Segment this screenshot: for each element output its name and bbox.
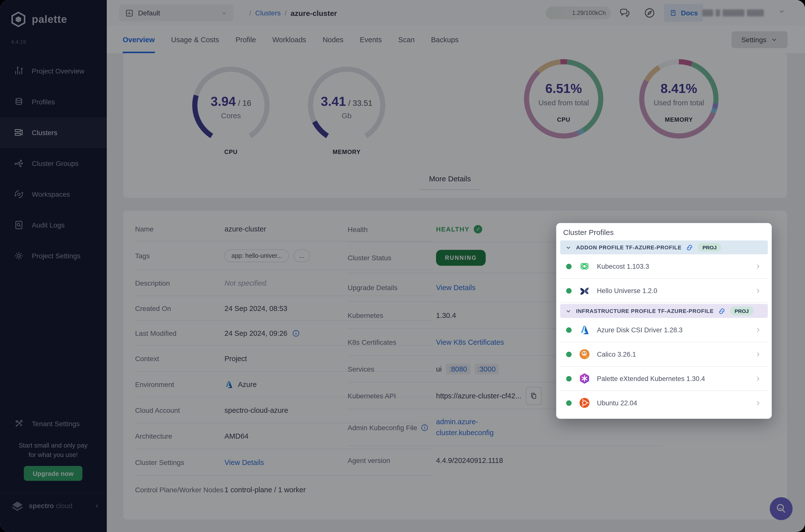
profile-item-label: Azure Disk CSI Driver 1.28.3: [597, 326, 683, 334]
profile-item-kubecost[interactable]: Kubecost 1.103.3: [560, 254, 768, 279]
scope-badge: PROJ: [730, 306, 753, 316]
profile-item-hello-universe[interactable]: Hello Universe 1.2.0: [560, 279, 768, 303]
ubuntu-icon: [578, 397, 591, 409]
status-dot: [566, 327, 572, 332]
infrastructure-profile-section-header[interactable]: INFRASTRUCTURE PROFILE TF-AZURE-PROFILE …: [560, 304, 768, 318]
chevron-right-icon: [754, 350, 762, 358]
scope-badge: PROJ: [698, 243, 721, 252]
cluster-profiles-title: Cluster Profiles: [563, 228, 765, 236]
profile-item-ubuntu[interactable]: Ubuntu 22.04: [560, 391, 768, 415]
pxk-icon: [578, 372, 591, 385]
calico-icon: [578, 348, 591, 360]
app-window: palette 4.4.19 Project Overview Pr: [0, 0, 805, 532]
link-icon: [718, 307, 726, 315]
profile-item-label: Hello Universe 1.2.0: [597, 287, 657, 294]
hello-universe-icon: [578, 284, 591, 297]
chevron-right-icon: [754, 287, 762, 294]
profile-item-label: Ubuntu 22.04: [597, 399, 637, 406]
status-dot: [566, 376, 572, 381]
section-header-label: INFRASTRUCTURE PROFILE TF-AZURE-PROFILE: [576, 308, 714, 314]
status-dot: [566, 400, 572, 405]
kubecost-icon: [578, 260, 591, 272]
status-dot: [566, 264, 572, 269]
addon-profile-section-header[interactable]: ADDON PROFILE TF-AZURE-PROFILE PROJ: [560, 241, 768, 254]
profile-item-calico[interactable]: Calico 3.26.1: [560, 342, 768, 366]
status-dot: [566, 288, 572, 293]
chevron-right-icon: [754, 399, 762, 406]
chevron-right-icon: [754, 326, 762, 334]
cluster-profiles-panel: Cluster Profiles ADDON PROFILE TF-AZURE-…: [556, 223, 772, 419]
profile-item-palette-extended-kubernetes[interactable]: Palette eXtended Kubernetes 1.30.4: [560, 366, 768, 391]
profile-item-label: Palette eXtended Kubernetes 1.30.4: [597, 375, 705, 382]
chevron-down-icon: [565, 244, 572, 251]
chevron-right-icon: [754, 263, 762, 270]
link-icon: [686, 244, 693, 251]
profile-item-azure-disk-csi[interactable]: Azure Disk CSI Driver 1.28.3: [560, 318, 768, 342]
profile-item-label: Kubecost 1.103.3: [597, 263, 649, 270]
profile-item-label: Calico 3.26.1: [597, 350, 636, 358]
section-header-label: ADDON PROFILE TF-AZURE-PROFILE: [576, 244, 682, 250]
chevron-down-icon: [565, 308, 572, 314]
azure-icon: [578, 324, 591, 336]
status-dot: [566, 352, 572, 357]
chevron-right-icon: [754, 375, 762, 382]
